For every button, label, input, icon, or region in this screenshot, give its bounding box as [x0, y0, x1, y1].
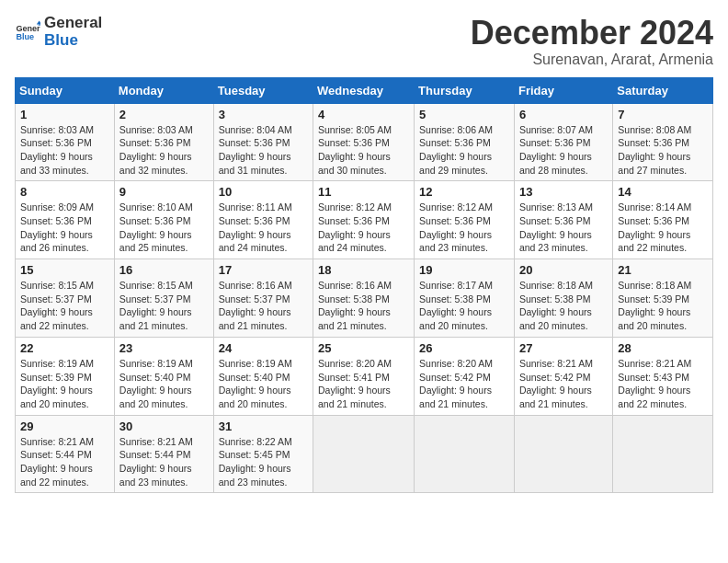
calendar-row: 22 Sunrise: 8:19 AM Sunset: 5:39 PM Dayl… [16, 337, 713, 415]
day-number: 24 [219, 341, 308, 355]
day-number: 22 [20, 341, 109, 355]
calendar-cell: 21 Sunrise: 8:18 AM Sunset: 5:39 PM Dayl… [613, 259, 713, 338]
header-sunday: Sunday [16, 77, 115, 103]
day-number: 13 [519, 185, 608, 199]
page-header: General Blue General Blue December 2024 … [15, 15, 713, 68]
calendar-cell: 14 Sunrise: 8:14 AM Sunset: 5:36 PM Dayl… [613, 181, 713, 259]
day-info: Sunrise: 8:16 AM Sunset: 5:38 PM Dayligh… [318, 279, 409, 333]
day-number: 3 [219, 108, 308, 121]
location-subtitle: Surenavan, Ararat, Armenia [471, 52, 713, 68]
day-number: 15 [20, 263, 109, 277]
day-info: Sunrise: 8:22 AM Sunset: 5:45 PM Dayligh… [219, 435, 308, 489]
svg-text:General: General [16, 23, 40, 32]
day-number: 5 [419, 108, 509, 121]
day-number: 31 [219, 419, 308, 433]
calendar-cell: 13 Sunrise: 8:13 AM Sunset: 5:36 PM Dayl… [514, 181, 612, 259]
day-number: 23 [119, 341, 209, 355]
calendar-cell: 26 Sunrise: 8:20 AM Sunset: 5:42 PM Dayl… [415, 337, 515, 415]
day-info: Sunrise: 8:20 AM Sunset: 5:41 PM Dayligh… [318, 357, 409, 411]
calendar-cell: 22 Sunrise: 8:19 AM Sunset: 5:39 PM Dayl… [16, 337, 115, 415]
day-number: 29 [20, 419, 109, 433]
day-info: Sunrise: 8:06 AM Sunset: 5:36 PM Dayligh… [419, 123, 509, 178]
calendar-cell: 16 Sunrise: 8:15 AM Sunset: 5:37 PM Dayl… [114, 259, 213, 338]
day-number: 11 [318, 185, 409, 199]
day-number: 8 [20, 185, 109, 199]
day-number: 26 [419, 341, 509, 355]
day-number: 10 [219, 185, 308, 199]
day-info: Sunrise: 8:12 AM Sunset: 5:36 PM Dayligh… [318, 201, 409, 255]
day-info: Sunrise: 8:14 AM Sunset: 5:36 PM Dayligh… [618, 201, 708, 255]
calendar-cell: 4 Sunrise: 8:05 AM Sunset: 5:36 PM Dayli… [313, 103, 415, 181]
day-info: Sunrise: 8:19 AM Sunset: 5:40 PM Dayligh… [219, 357, 308, 411]
day-number: 30 [119, 419, 209, 433]
day-number: 9 [119, 185, 209, 199]
calendar-cell [514, 415, 612, 493]
day-number: 4 [318, 108, 409, 121]
header-tuesday: Tuesday [213, 77, 313, 103]
calendar-cell: 19 Sunrise: 8:17 AM Sunset: 5:38 PM Dayl… [415, 259, 515, 338]
calendar-cell: 6 Sunrise: 8:07 AM Sunset: 5:36 PM Dayli… [514, 103, 612, 181]
calendar-cell: 5 Sunrise: 8:06 AM Sunset: 5:36 PM Dayli… [415, 103, 515, 181]
calendar-cell [613, 415, 713, 493]
logo-icon: General Blue [15, 19, 40, 45]
day-info: Sunrise: 8:21 AM Sunset: 5:44 PM Dayligh… [20, 435, 109, 489]
logo-line2: Blue [44, 32, 102, 50]
day-info: Sunrise: 8:19 AM Sunset: 5:39 PM Dayligh… [20, 357, 109, 411]
calendar-cell: 3 Sunrise: 8:04 AM Sunset: 5:36 PM Dayli… [213, 103, 313, 181]
header-saturday: Saturday [613, 77, 713, 103]
calendar-cell: 23 Sunrise: 8:19 AM Sunset: 5:40 PM Dayl… [114, 337, 213, 415]
day-info: Sunrise: 8:03 AM Sunset: 5:36 PM Dayligh… [20, 123, 109, 178]
calendar-cell: 28 Sunrise: 8:21 AM Sunset: 5:43 PM Dayl… [613, 337, 713, 415]
title-block: December 2024 Surenavan, Ararat, Armenia [471, 15, 713, 68]
calendar-cell [313, 415, 415, 493]
calendar-cell: 31 Sunrise: 8:22 AM Sunset: 5:45 PM Dayl… [213, 415, 313, 493]
day-info: Sunrise: 8:08 AM Sunset: 5:36 PM Dayligh… [618, 123, 708, 178]
calendar-cell [415, 415, 515, 493]
svg-text:Blue: Blue [16, 32, 34, 41]
day-number: 2 [119, 108, 209, 121]
day-number: 19 [419, 263, 509, 277]
day-number: 27 [519, 341, 608, 355]
day-number: 18 [318, 263, 409, 277]
day-number: 21 [618, 263, 708, 277]
day-info: Sunrise: 8:11 AM Sunset: 5:36 PM Dayligh… [219, 201, 308, 255]
day-number: 14 [618, 185, 708, 199]
day-info: Sunrise: 8:16 AM Sunset: 5:37 PM Dayligh… [219, 279, 308, 333]
day-number: 25 [318, 341, 409, 355]
calendar-cell: 10 Sunrise: 8:11 AM Sunset: 5:36 PM Dayl… [213, 181, 313, 259]
calendar-cell: 20 Sunrise: 8:18 AM Sunset: 5:38 PM Dayl… [514, 259, 612, 338]
day-number: 28 [618, 341, 708, 355]
day-info: Sunrise: 8:05 AM Sunset: 5:36 PM Dayligh… [318, 123, 409, 178]
logo: General Blue General Blue [15, 15, 102, 49]
calendar-cell: 12 Sunrise: 8:12 AM Sunset: 5:36 PM Dayl… [415, 181, 515, 259]
calendar-cell: 9 Sunrise: 8:10 AM Sunset: 5:36 PM Dayli… [114, 181, 213, 259]
day-info: Sunrise: 8:09 AM Sunset: 5:36 PM Dayligh… [20, 201, 109, 255]
day-info: Sunrise: 8:12 AM Sunset: 5:36 PM Dayligh… [419, 201, 509, 255]
day-info: Sunrise: 8:03 AM Sunset: 5:36 PM Dayligh… [119, 123, 209, 178]
calendar-table: Sunday Monday Tuesday Wednesday Thursday… [15, 77, 713, 494]
day-info: Sunrise: 8:21 AM Sunset: 5:44 PM Dayligh… [119, 435, 209, 489]
day-info: Sunrise: 8:18 AM Sunset: 5:38 PM Dayligh… [519, 279, 608, 333]
calendar-cell: 25 Sunrise: 8:20 AM Sunset: 5:41 PM Dayl… [313, 337, 415, 415]
day-info: Sunrise: 8:07 AM Sunset: 5:36 PM Dayligh… [519, 123, 608, 178]
day-info: Sunrise: 8:19 AM Sunset: 5:40 PM Dayligh… [119, 357, 209, 411]
day-info: Sunrise: 8:18 AM Sunset: 5:39 PM Dayligh… [618, 279, 708, 333]
logo-line1: General [44, 15, 102, 32]
day-info: Sunrise: 8:21 AM Sunset: 5:42 PM Dayligh… [519, 357, 608, 411]
day-info: Sunrise: 8:17 AM Sunset: 5:38 PM Dayligh… [419, 279, 509, 333]
month-title: December 2024 [471, 15, 713, 52]
calendar-cell: 15 Sunrise: 8:15 AM Sunset: 5:37 PM Dayl… [16, 259, 115, 338]
calendar-cell: 1 Sunrise: 8:03 AM Sunset: 5:36 PM Dayli… [16, 103, 115, 181]
day-info: Sunrise: 8:10 AM Sunset: 5:36 PM Dayligh… [119, 201, 209, 255]
day-info: Sunrise: 8:20 AM Sunset: 5:42 PM Dayligh… [419, 357, 509, 411]
header-wednesday: Wednesday [313, 77, 415, 103]
header-monday: Monday [114, 77, 213, 103]
day-info: Sunrise: 8:13 AM Sunset: 5:36 PM Dayligh… [519, 201, 608, 255]
day-number: 17 [219, 263, 308, 277]
calendar-cell: 18 Sunrise: 8:16 AM Sunset: 5:38 PM Dayl… [313, 259, 415, 338]
calendar-cell: 11 Sunrise: 8:12 AM Sunset: 5:36 PM Dayl… [313, 181, 415, 259]
day-number: 1 [20, 108, 109, 121]
day-number: 16 [119, 263, 209, 277]
calendar-cell: 24 Sunrise: 8:19 AM Sunset: 5:40 PM Dayl… [213, 337, 313, 415]
day-info: Sunrise: 8:15 AM Sunset: 5:37 PM Dayligh… [119, 279, 209, 333]
